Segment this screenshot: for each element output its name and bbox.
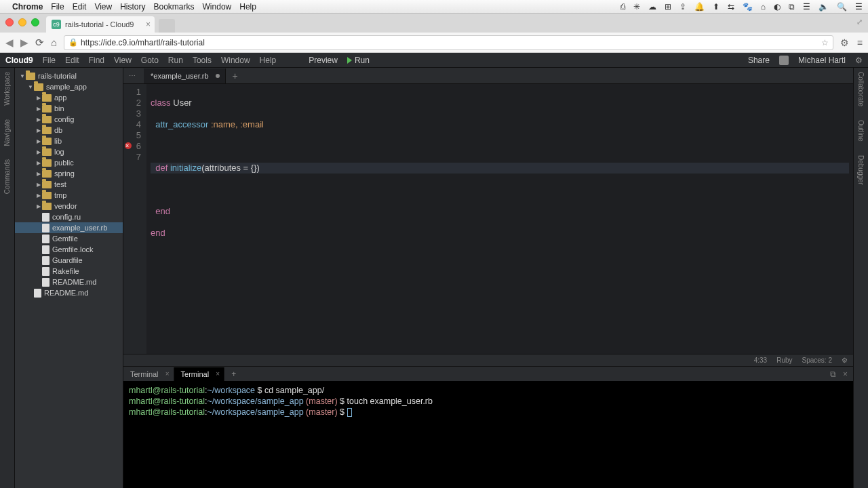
maximize-panel-icon[interactable]: ⧉ [830,369,836,379]
close-icon[interactable]: × [216,370,220,378]
ide-menu-file[interactable]: File [43,56,56,65]
code-area[interactable]: class User attr_accessor :name, :email d… [146,84,853,354]
folder-node[interactable]: ▶bin [15,103,123,114]
mac-menu-window[interactable]: Window [203,2,232,12]
ide-menu-help[interactable]: Help [260,56,277,65]
folder-node[interactable]: ▼sample_app [15,81,123,92]
folder-node[interactable]: ▶spring [15,168,123,179]
close-window-icon[interactable] [5,18,14,26]
file-node[interactable]: Guardfile [15,255,123,266]
home-button[interactable]: ⌂ [51,37,57,48]
error-icon[interactable] [125,142,132,149]
mac-menu-file[interactable]: File [51,2,64,12]
forward-button[interactable]: ▶ [20,37,28,49]
avatar-icon[interactable] [779,56,789,65]
tray-icon[interactable]: ☁ [648,2,656,12]
disclosure-arrow-icon[interactable]: ▶ [35,203,42,209]
folder-node[interactable]: ▶tmp [15,190,123,201]
minimize-window-icon[interactable] [18,18,26,26]
new-tab-button[interactable] [159,19,175,33]
file-node[interactable]: Gemfile.lock [15,244,123,255]
ide-menu-edit[interactable]: Edit [65,56,79,65]
code-editor[interactable]: 1234567 class User attr_accessor :name, … [123,84,853,354]
settings-icon[interactable]: ⚙ [840,37,849,48]
folder-node[interactable]: ▶config [15,114,123,125]
tray-icon[interactable]: ⌂ [761,2,766,12]
tab-list-icon[interactable]: ⋯ [123,72,141,79]
close-icon[interactable]: × [165,370,170,378]
disclosure-arrow-icon[interactable]: ▶ [35,106,42,112]
disclosure-arrow-icon[interactable]: ▶ [35,160,42,166]
tray-icon[interactable]: ☰ [803,2,810,12]
mac-app-name[interactable]: Chrome [12,2,43,12]
right-tab-debugger[interactable]: Debugger [857,155,865,185]
expand-window-icon[interactable]: ⤢ [856,18,863,26]
terminal-tab[interactable]: Terminal× [123,367,174,381]
folder-node[interactable]: ▶lib [15,136,123,146]
disclosure-arrow-icon[interactable]: ▶ [35,138,42,144]
tray-icon[interactable]: ⇪ [679,2,686,12]
reload-button[interactable]: ⟳ [35,37,44,49]
disclosure-arrow-icon[interactable]: ▶ [35,127,42,134]
tray-icon[interactable]: ⬆ [713,2,719,12]
mac-menu-edit[interactable]: Edit [73,2,87,12]
disclosure-arrow-icon[interactable]: ▶ [35,95,42,101]
indent-setting[interactable]: Spaces: 2 [802,357,832,364]
left-tab-workspace[interactable]: Workspace [3,72,11,106]
disclosure-arrow-icon[interactable]: ▶ [35,117,42,123]
tray-icon[interactable]: ✳ [633,2,640,12]
share-button[interactable]: Share [748,56,770,65]
right-tab-collaborate[interactable]: Collaborate [857,72,865,106]
file-node[interactable]: Rakefile [15,266,123,277]
mac-menu-help[interactable]: Help [239,2,256,12]
ide-menu-window[interactable]: Window [221,56,250,65]
gear-icon[interactable]: ⚙ [855,56,863,65]
mac-menu-view[interactable]: View [94,2,112,12]
left-tab-commands[interactable]: Commands [3,159,11,194]
terminal-tab[interactable]: Terminal× [174,367,225,381]
tray-icon[interactable]: 🔔 [694,2,705,12]
file-node[interactable]: README.md [15,277,123,287]
tray-icon[interactable]: ⎙ [620,2,625,12]
preview-button[interactable]: Preview [309,56,338,65]
tray-icon[interactable]: ⇆ [728,2,734,12]
right-tab-outline[interactable]: Outline [857,120,865,142]
close-panel-icon[interactable]: × [843,369,848,379]
language-mode[interactable]: Ruby [776,357,792,364]
folder-node[interactable]: ▼rails-tutorial [15,70,123,81]
new-editor-tab-button[interactable]: + [226,70,245,81]
file-node[interactable]: config.ru [15,211,123,222]
back-button[interactable]: ◀ [5,37,14,49]
tray-icon[interactable]: 🔈 [818,2,829,12]
tray-icon[interactable]: ☰ [855,2,863,12]
folder-node[interactable]: ▶log [15,146,123,157]
editor-tab[interactable]: *example_user.rb [144,68,226,83]
file-tree[interactable]: ▼rails-tutorial▼sample_app▶app▶bin▶confi… [15,68,123,488]
disclosure-arrow-icon[interactable]: ▶ [35,182,42,188]
disclosure-arrow-icon[interactable]: ▼ [19,73,26,79]
mac-menu-bookmarks[interactable]: Bookmarks [154,2,195,12]
chrome-menu-icon[interactable]: ≡ [857,37,863,48]
tray-icon[interactable]: ⧉ [789,2,795,12]
folder-node[interactable]: ▶db [15,125,123,136]
folder-node[interactable]: ▶app [15,92,123,103]
folder-node[interactable]: ▶public [15,157,123,168]
mac-menu-history[interactable]: History [120,2,145,12]
file-node[interactable]: Gemfile [15,233,123,244]
file-node[interactable]: example_user.rb [15,222,123,233]
disclosure-arrow-icon[interactable]: ▶ [35,149,42,155]
disclosure-arrow-icon[interactable]: ▼ [27,84,34,90]
disclosure-arrow-icon[interactable]: ▶ [35,171,42,177]
user-name[interactable]: Michael Hartl [798,56,846,65]
new-terminal-button[interactable]: + [224,369,243,379]
ide-menu-view[interactable]: View [114,56,132,65]
close-tab-icon[interactable]: × [146,20,151,29]
folder-node[interactable]: ▶vendor [15,201,123,211]
run-button[interactable]: Run [347,56,370,65]
browser-tab[interactable]: c9 rails-tutorial - Cloud9 × [46,16,155,33]
settings-gear-icon[interactable]: ⚙ [842,357,848,364]
tray-icon[interactable]: 🐾 [743,2,753,12]
left-tab-navigate[interactable]: Navigate [3,119,11,146]
address-bar[interactable]: 🔒 https://ide.c9.io/mhartl/rails-tutoria… [64,35,833,50]
zoom-window-icon[interactable] [31,18,39,26]
